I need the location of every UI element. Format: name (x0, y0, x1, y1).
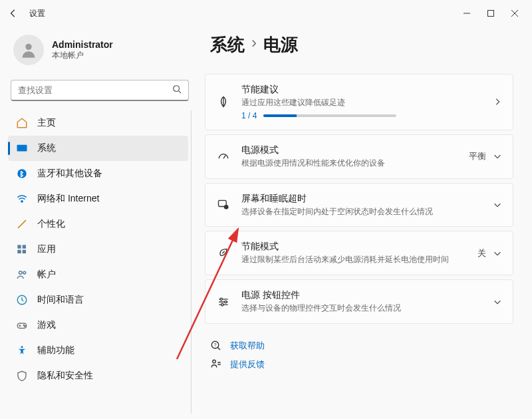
gauge-icon (216, 149, 231, 164)
svg-rect-9 (23, 250, 26, 253)
wifi-icon (16, 193, 28, 205)
card-sub: 通过限制某些后台活动来减少电源消耗并延长电池使用时间 (241, 254, 467, 265)
titlebar: 设置 (0, 0, 532, 27)
accessibility-icon (16, 345, 28, 356)
sidebar: Administrator 本地帐户 主页 系统 蓝牙和其他设备 (0, 27, 200, 419)
screen-sleep-icon (216, 198, 231, 212)
svg-point-10 (19, 271, 23, 275)
card-screen-sleep[interactable]: 屏幕和睡眠超时 选择设备在指定时间内处于空闲状态时会发生什么情况 (205, 183, 513, 227)
leaf-heart-icon (216, 246, 231, 261)
minimize-button[interactable] (455, 3, 479, 23)
card-energy-recommendations[interactable]: 节能建议 通过应用这些建议降低碳足迹 1 / 4 (205, 74, 513, 130)
sidebar-item-personalization[interactable]: 个性化 (8, 211, 188, 237)
card-title: 节能建议 (241, 84, 482, 96)
battery-saver-value: 关 (477, 247, 486, 259)
chevron-down-icon (493, 249, 502, 258)
help-label: 获取帮助 (230, 340, 265, 352)
svg-rect-7 (23, 245, 26, 248)
breadcrumb-sep: › (251, 33, 257, 57)
sidebar-item-system[interactable]: 系统 (8, 136, 188, 161)
breadcrumb-current: 电源 (263, 33, 298, 57)
svg-point-11 (23, 271, 26, 274)
shield-icon (16, 370, 28, 382)
chevron-right-icon (493, 97, 502, 106)
maximize-button[interactable] (479, 3, 503, 23)
svg-point-5 (21, 201, 23, 202)
svg-point-2 (174, 86, 180, 92)
svg-text:?: ? (214, 343, 217, 347)
card-battery-saver[interactable]: 节能模式 通过限制某些后台活动来减少电源消耗并延长电池使用时间 关 (205, 231, 513, 275)
card-sub: 通过应用这些建议降低碳足迹 (241, 97, 482, 108)
controls-icon (216, 295, 231, 309)
svg-point-18 (224, 205, 229, 210)
clock-icon (16, 294, 28, 306)
progress-fill (263, 114, 297, 117)
card-button-controls[interactable]: 电源 按钮控件 选择与设备的物理控件交互时会发生什么情况 (205, 279, 513, 324)
svg-point-21 (221, 303, 223, 305)
card-sub: 选择与设备的物理控件交互时会发生什么情况 (241, 303, 482, 314)
card-power-mode[interactable]: 电源模式 根据电源使用情况和性能来优化你的设备 平衡 (205, 134, 513, 179)
feedback-link[interactable]: 提供反馈 (210, 358, 513, 370)
bluetooth-icon (16, 168, 28, 180)
sidebar-item-bluetooth[interactable]: 蓝牙和其他设备 (8, 161, 188, 186)
brush-icon (16, 218, 28, 230)
avatar (13, 35, 44, 65)
svg-point-20 (225, 301, 227, 303)
breadcrumb-parent[interactable]: 系统 (210, 33, 245, 57)
svg-rect-3 (17, 145, 27, 152)
sidebar-item-apps[interactable]: 应用 (8, 237, 188, 262)
back-button[interactable] (5, 5, 21, 21)
sidebar-item-time[interactable]: 时间和语言 (8, 287, 188, 313)
svg-point-15 (25, 326, 26, 327)
svg-point-1 (25, 44, 31, 50)
close-button[interactable] (503, 3, 527, 23)
search-input[interactable] (18, 85, 172, 95)
home-icon (16, 117, 28, 129)
svg-rect-0 (488, 11, 494, 17)
feedback-label: 提供反馈 (230, 358, 265, 370)
system-icon (16, 142, 28, 154)
sidebar-item-home[interactable]: 主页 (8, 110, 188, 136)
card-title: 电源模式 (241, 144, 458, 156)
search-icon (172, 84, 182, 96)
svg-rect-8 (17, 250, 21, 253)
chevron-down-icon (493, 152, 502, 161)
nav: 主页 系统 蓝牙和其他设备 网络和 Internet 个性化 应用 (8, 110, 192, 414)
main-content: 系统 › 电源 节能建议 通过应用这些建议降低碳足迹 1 / 4 (200, 27, 532, 419)
progress-bar (263, 114, 396, 117)
chevron-down-icon (493, 200, 502, 210)
power-mode-value: 平衡 (469, 150, 486, 162)
sidebar-item-accounts[interactable]: 帐户 (8, 262, 188, 287)
accounts-icon (16, 269, 28, 281)
app-title: 设置 (29, 8, 45, 19)
svg-point-16 (21, 346, 23, 348)
card-title: 节能模式 (241, 241, 467, 253)
apps-icon (16, 243, 28, 255)
breadcrumb: 系统 › 电源 (205, 33, 513, 57)
card-title: 屏幕和睡眠超时 (241, 193, 482, 205)
user-section[interactable]: Administrator 本地帐户 (8, 29, 192, 76)
card-title: 电源 按钮控件 (241, 289, 482, 301)
user-type: 本地帐户 (52, 50, 113, 61)
sidebar-item-privacy[interactable]: 隐私和安全性 (8, 363, 188, 388)
leaf-icon (216, 94, 231, 109)
progress-label: 1 / 4 (241, 111, 257, 120)
svg-point-19 (220, 298, 222, 300)
feedback-icon (210, 358, 222, 370)
search-box[interactable] (11, 80, 189, 101)
help-icon: ? (210, 340, 222, 352)
gaming-icon (16, 319, 28, 331)
card-sub: 根据电源使用情况和性能来优化你的设备 (241, 158, 458, 169)
card-sub: 选择设备在指定时间内处于空闲状态时会发生什么情况 (241, 206, 482, 217)
svg-point-24 (213, 360, 216, 363)
svg-rect-6 (17, 245, 21, 248)
sidebar-item-gaming[interactable]: 游戏 (8, 313, 188, 338)
chevron-down-icon (493, 297, 502, 307)
sidebar-item-network[interactable]: 网络和 Internet (8, 186, 188, 211)
sidebar-item-accessibility[interactable]: 辅助功能 (8, 338, 188, 363)
user-name: Administrator (52, 39, 113, 50)
help-link[interactable]: ? 获取帮助 (210, 340, 513, 352)
